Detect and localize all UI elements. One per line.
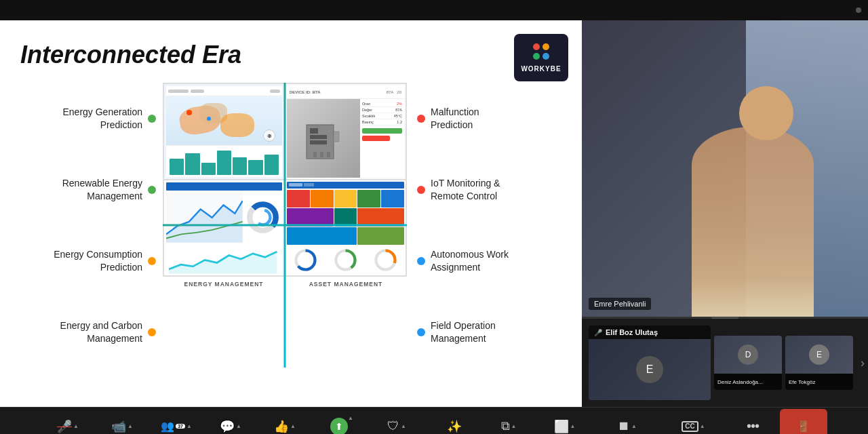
right-label-malfunction: MalfunctionPrediction [417,106,556,130]
audio-icon-wrapper: 🎤 ▲ [57,419,79,434]
right-label-iot: IoT Monitoring &Remote Control [417,177,556,201]
host-chevron: ▲ [401,423,406,429]
logo-dot-red [533,43,540,50]
participant-name-deniz: Deniz Aslandoğa... [717,379,763,385]
participant-name-efe: Efe Tokgöz [789,379,815,385]
main-area: WORKYBE Interconnected Era Energy Genera… [0,20,868,407]
svg-rect-2 [310,128,318,134]
toolbar-whiteboard[interactable]: ⬜ ▲ Beyaz Tahtalar [536,409,593,434]
toolbar-host-tools[interactable]: 🛡 ▲ Oturum sahibi araçları [366,409,427,434]
label-item-renewable: Renewable EnergyManagement [20,177,156,201]
text-malfunction: MalfunctionPrediction [431,106,479,130]
participant-card-elif: 🎤 Elif Boz Ulutaş E [589,326,711,400]
toolbar-reactions[interactable]: 👍 ▲ Tepki ver [258,409,312,434]
logo-dot-green [533,53,540,60]
reactions-chevron: ▲ [290,423,296,429]
svg-point-11 [256,210,271,225]
participant-avatar-efe: E [809,344,829,365]
dot-energy-cons [148,257,156,265]
participant-name-bar-deniz: Deniz Aslandoğa... [714,374,782,390]
toolbar-leave[interactable]: 🚪 Ayrıl [780,409,827,434]
workybe-logo: WORKYBE [514,34,568,81]
svg-marker-8 [166,201,243,242]
slide-title: Interconnected Era [20,41,561,69]
dot-iot [417,186,425,194]
participants-chevron: ▲ [186,423,192,429]
toolbar-record[interactable]: ⏹ ▲ Kayıt duraklat/durdur [593,409,661,434]
participant-card-deniz: D Deniz Aslandoğa... [714,336,782,390]
label-item-energy-cons: Energy ConsumptionPrediction [20,248,156,273]
whiteboard-icon-wrapper: ⬜ ▲ [554,419,576,434]
label-text-energy-gen: Energy GenerationPrediction [20,106,142,130]
participants-badge: 37 [176,424,185,429]
toolbar-share[interactable]: ⬆ ▲ Paylaş [312,409,366,434]
logo-text: WORKYBE [521,65,561,73]
dot-carbon [148,328,156,336]
toolbar-video[interactable]: 📹 ▲ Video [95,409,149,434]
dot-renewable [148,186,156,194]
toolbar-apps[interactable]: ⧉ ▲ Uygulamalar [481,409,536,434]
section-label-energy: ENERGY MANAGEMENT [163,281,285,288]
slide-area: WORKYBE Interconnected Era Energy Genera… [0,20,582,407]
apps-chevron: ▲ [511,423,517,429]
speaker-name-badge: Emre Pehlivanli [589,298,651,310]
right-label-autonomous: Autonomous WorkAssignment [417,248,556,273]
svg-rect-6 [320,152,323,157]
toolbar-more[interactable]: ••• Daha fazla [726,409,780,434]
text-iot: IoT Monitoring &Remote Control [431,177,500,201]
reactions-icon: 👍 [274,419,289,434]
panels-area: ⊕ [163,83,407,277]
right-labels: MalfunctionPrediction IoT Monitoring &Re… [407,83,556,368]
toolbar-chat[interactable]: 💬 ▲ Sohbet [203,409,258,434]
right-side: Emre Pehlivanli 🎤 Elif Boz Ulutaş E [582,20,868,407]
participant-video-elif: E [589,339,711,400]
toolbar-captions[interactable]: CC ▲ Alt yazıları göster [661,409,726,434]
panel-asset-device: DEVICE ID: BTA 87A 20 [285,83,406,180]
captions-cc-icon: CC [682,421,698,432]
panels-container: ⊕ [163,83,407,368]
dot-field [417,328,425,336]
participant-card-efe: E Efe Tokgöz [785,336,853,390]
participant-name-bar-efe: Efe Tokgöz [785,374,853,390]
ai-icon: ✨ [447,419,462,434]
label-item-energy-gen: Energy GenerationPrediction [20,106,156,130]
mic-muted-icon-elif: 🎤 [594,329,602,336]
whiteboard-icon: ⬜ [554,419,569,434]
record-icon: ⏹ [618,419,630,433]
toolbar-participants[interactable]: 👥 37 ▲ Katılımcılar [149,409,203,434]
captions-chevron: ▲ [700,423,705,429]
participant-name-bar-elif: 🎤 Elif Boz Ulutaş [589,326,711,339]
chat-icon-wrapper: 💬 ▲ [220,419,241,434]
section-labels: ENERGY MANAGEMENT ASSET MANAGEMENT [163,281,407,288]
chat-chevron: ▲ [236,423,241,429]
content-grid: Energy GenerationPrediction Renewable En… [20,83,561,368]
svg-rect-7 [327,152,330,157]
section-label-asset: ASSET MANAGEMENT [285,281,407,288]
svg-rect-5 [313,152,317,157]
dot-energy-gen [148,115,156,123]
host-tools-icon-wrapper: 🛡 ▲ [387,419,406,433]
label-text-energy-cons: Energy ConsumptionPrediction [20,248,142,273]
label-text-carbon: Energy and CarbonManagement [20,319,142,344]
logo-dots [533,43,549,60]
logo-dot-orange [542,43,549,50]
top-bar-dot [856,7,861,13]
participant-video-efe: E [785,336,853,374]
participant-name-elif: Elif Boz Ulutaş [606,328,658,336]
panel-energy-dash [163,180,285,276]
video-icon-wrapper: 📹 ▲ [111,419,133,434]
record-chevron: ▲ [631,423,637,429]
svg-rect-4 [310,140,327,144]
panel-energy-map: ⊕ [163,83,285,180]
left-labels: Energy GenerationPrediction Renewable En… [20,83,163,368]
toolbar-audio[interactable]: 🎤 ▲ Ses [41,409,95,434]
toolbar-ai[interactable]: ✨ AI Companion [427,409,481,434]
record-icon-wrapper: ⏹ ▲ [618,419,637,433]
toolbar: 🎤 ▲ Ses 📹 ▲ Video 👥 37 ▲ Katılımcılar 💬 … [0,407,868,434]
participants-chevron-right[interactable]: › [861,356,865,370]
top-bar [0,0,868,20]
host-tools-icon: 🛡 [387,419,399,433]
audio-chevron: ▲ [73,423,79,429]
ai-icon-wrapper: ✨ [447,419,462,434]
dot-autonomous [417,257,425,265]
